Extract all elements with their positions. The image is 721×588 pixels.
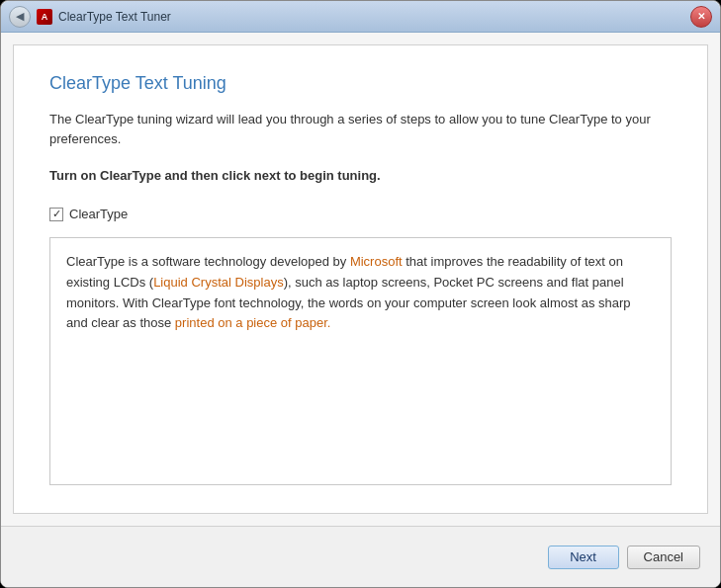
main-window: ◀ A ClearType Text Tuner ✕ ClearType Tex… [0, 0, 721, 588]
cleartype-checkbox-row: ✓ ClearType [49, 207, 672, 221]
page-description: The ClearType tuning wizard will lead yo… [49, 110, 672, 148]
footer: Next Cancel [1, 526, 720, 587]
info-text-normal-1: ClearType is a software technology devel… [66, 254, 350, 269]
title-bar: ◀ A ClearType Text Tuner ✕ [1, 1, 720, 33]
back-button[interactable]: ◀ [9, 6, 31, 28]
close-button[interactable]: ✕ [690, 6, 712, 28]
info-text-lcd: Liquid Crystal Displays [153, 275, 284, 290]
title-bar-controls: ✕ [690, 6, 712, 28]
main-area: ClearType Text Tuning The ClearType tuni… [13, 44, 708, 514]
next-button[interactable]: Next [548, 546, 619, 569]
cleartype-checkbox[interactable]: ✓ [49, 208, 63, 221]
window-content: ClearType Text Tuning The ClearType tuni… [1, 33, 720, 587]
cancel-button[interactable]: Cancel [627, 546, 700, 569]
app-icon: A [37, 9, 52, 25]
title-bar-left: ◀ A ClearType Text Tuner [9, 6, 171, 28]
info-text-microsoft: Microsoft [350, 254, 403, 269]
info-text-printed: printed on a piece of paper. [175, 315, 331, 330]
info-box: ClearType is a software technology devel… [49, 237, 672, 485]
window-title: ClearType Text Tuner [58, 10, 171, 24]
info-text: ClearType is a software technology devel… [66, 252, 655, 334]
cleartype-checkbox-label: ClearType [69, 207, 128, 221]
page-title: ClearType Text Tuning [49, 73, 672, 94]
page-instruction: Turn on ClearType and then click next to… [49, 168, 672, 183]
